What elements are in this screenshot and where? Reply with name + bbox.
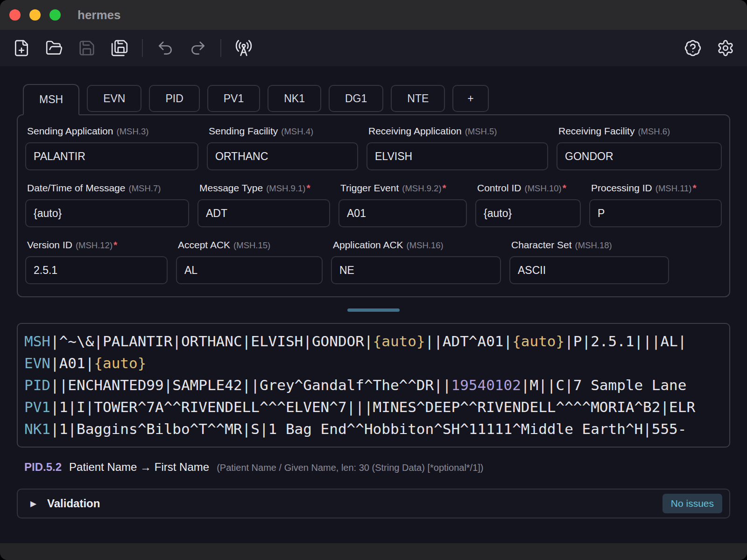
segment-tabs: MSH EVN PID PV1 NK1 DG1 NTE + [17,84,730,114]
field-label: Character Set(MSH.18) [511,239,669,251]
field-label: Processing ID(MSH.11)* [591,182,722,194]
field-version-id: Version ID(MSH.12)* [25,239,168,284]
message-line-nk1: NK1|1|Baggins^Bilbo^T^^MR|S|1 Bag End^^H… [24,418,723,440]
field-label: Message Type(MSH.9.1)* [199,182,330,194]
sending-application-input[interactable] [25,142,198,170]
field-ref: PID.5.2 [24,461,62,474]
undo-button[interactable] [155,38,176,58]
redo-button[interactable] [188,38,208,58]
field-accept-ack: Accept ACK(MSH.15) [176,239,323,284]
validation-status-badge: No issues [662,494,722,513]
close-window-button[interactable] [9,9,21,21]
add-segment-tab-button[interactable]: + [452,85,488,112]
accept-ack-input[interactable] [176,256,323,284]
minimize-window-button[interactable] [29,9,41,21]
expand-caret-icon: ▶ [30,499,36,509]
settings-gear-icon [717,39,734,57]
field-label: Date/Time of Message(MSH.7) [27,182,189,194]
send-message-button[interactable] [233,38,254,58]
field-control-id: Control ID(MSH.10)* [475,182,581,227]
message-line-evn: EVN|A01|{auto} [24,352,723,374]
field-title: Patient Name → First Name [69,461,209,474]
tab-msh[interactable]: MSH [23,84,79,115]
receiving-facility-input[interactable] [557,142,722,170]
field-sending-facility: Sending Facility(MSH.4) [207,126,358,170]
field-label: Accept ACK(MSH.15) [178,239,323,251]
main-content: MSH EVN PID PV1 NK1 DG1 NTE + Sending Ap… [0,66,747,543]
save-button[interactable] [77,38,97,58]
field-label: Trigger Event(MSH.9.2)* [340,182,467,194]
required-asterisk: * [443,182,446,193]
application-ack-input[interactable] [331,256,501,284]
sending-facility-input[interactable] [207,142,358,170]
tab-dg1[interactable]: DG1 [329,85,383,112]
field-label: Receiving Application(MSH.5) [368,126,548,137]
field-label: Application ACK(MSH.16) [333,239,501,251]
field-label: Control ID(MSH.10)* [477,182,581,194]
version-id-input[interactable] [25,256,168,284]
field-application-ack: Application ACK(MSH.16) [331,239,501,284]
window-title: hermes [78,8,121,22]
form-row: Date/Time of Message(MSH.7) Message Type… [25,182,722,227]
segment-editor-panel: Sending Application(MSH.3) Sending Facil… [17,114,730,297]
open-message-button[interactable] [44,38,64,58]
form-row: Version ID(MSH.12)* Accept ACK(MSH.15) A… [25,239,722,284]
field-trigger-event: Trigger Event(MSH.9.2)* [338,182,467,227]
radio-tower-icon [235,39,253,57]
zoom-window-button[interactable] [49,9,61,21]
save-all-button[interactable] [109,38,130,58]
title-bar: hermes [0,0,747,30]
tab-nk1[interactable]: NK1 [268,85,321,112]
app-window: hermes [0,0,747,560]
field-processing-id: Processing ID(MSH.11)* [589,182,722,227]
tab-evn[interactable]: EVN [87,85,141,112]
required-asterisk: * [113,239,117,250]
message-type-input[interactable] [197,199,330,227]
validation-label: Validation [47,497,100,510]
toolbar-separator [142,39,143,57]
field-receiving-application: Receiving Application(MSH.5) [366,126,548,170]
field-detail: (Patient Name / Given Name, len: 30 (Str… [217,462,483,473]
required-asterisk: * [693,182,697,193]
trigger-event-input[interactable] [338,199,467,227]
field-sending-application: Sending Application(MSH.3) [25,126,198,170]
datetime-of-message-input[interactable] [25,199,189,227]
help-button[interactable] [683,38,703,58]
open-folder-icon [45,39,63,57]
form-row: Sending Application(MSH.3) Sending Facil… [25,126,722,170]
field-label: Version ID(MSH.12)* [27,239,168,251]
message-line-pid: PID||ENCHANTED99|SAMPLE42||Grey^Gandalf^… [24,374,723,396]
validation-accordion[interactable]: ▶ Validation No issues [17,489,730,518]
window-footer [0,543,747,560]
message-line-msh: MSH|^~\&|PALANTIR|ORTHANC|ELVISH|GONDOR|… [24,330,723,352]
settings-button[interactable] [715,38,736,58]
required-asterisk: * [563,182,566,193]
receiving-application-input[interactable] [366,142,548,170]
new-message-button[interactable] [11,38,32,58]
field-message-type: Message Type(MSH.9.1)* [197,182,330,227]
tab-pid[interactable]: PID [149,85,199,112]
toolbar-separator [220,39,221,57]
toolbar [0,30,747,66]
save-icon [78,39,96,57]
redo-icon [189,39,207,57]
tab-nte[interactable]: NTE [391,85,445,112]
undo-icon [156,39,174,57]
tab-pv1[interactable]: PV1 [207,85,260,112]
field-label: Sending Application(MSH.3) [27,126,198,137]
splitter-row [17,308,730,312]
help-icon [684,39,702,57]
message-line-pv1: PV1|1|I|TOWER^7A^^RIVENDELL^^^ELVEN^7|||… [24,396,723,418]
traffic-lights [9,9,61,21]
save-all-icon [111,39,128,57]
processing-id-input[interactable] [589,199,722,227]
required-asterisk: * [307,182,310,193]
splitter-handle[interactable] [347,308,400,312]
character-set-input[interactable] [509,256,669,284]
message-preview[interactable]: MSH|^~\&|PALANTIR|ORTHANC|ELVISH|GONDOR|… [17,323,730,448]
new-file-icon [13,39,30,57]
field-character-set: Character Set(MSH.18) [509,239,669,284]
control-id-input[interactable] [475,199,581,227]
field-description: PID.5.2 Patient Name → First Name (Patie… [24,461,727,474]
field-label: Receiving Facility(MSH.6) [558,126,722,137]
